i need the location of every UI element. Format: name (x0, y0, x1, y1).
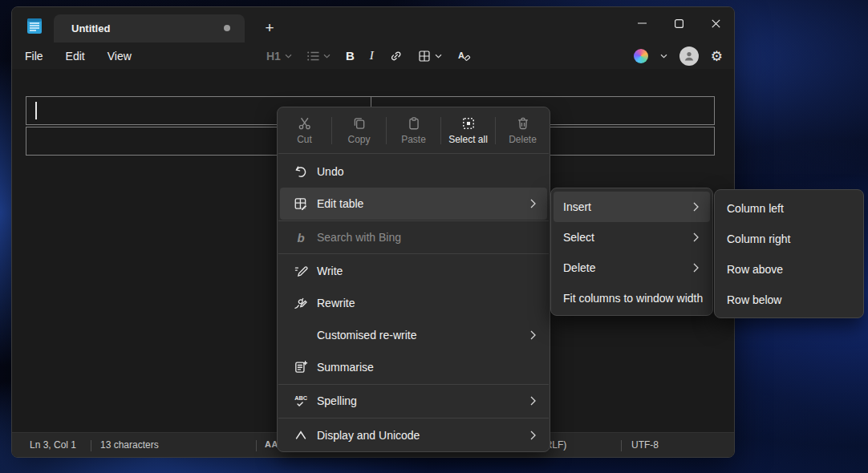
statusbar-separator (256, 440, 257, 451)
chevron-right-icon (530, 431, 536, 440)
chevron-down-icon (323, 54, 331, 59)
submenu-item-column-left[interactable]: Column left (717, 193, 861, 224)
cut-button[interactable]: Cut (278, 107, 331, 153)
summarise-icon (293, 360, 309, 374)
context-menu: Cut Copy Paste Select all (277, 107, 550, 452)
chevron-down-icon (285, 54, 292, 59)
list-icon (307, 51, 319, 61)
trash-icon (516, 116, 530, 131)
menu-file[interactable]: File (25, 50, 43, 63)
unsaved-dot-icon (224, 25, 230, 31)
chevron-right-icon (530, 199, 536, 208)
maximize-icon (675, 19, 683, 28)
svg-text:ABC: ABC (294, 394, 308, 402)
menu-item-summarise[interactable]: Summarise (280, 351, 547, 383)
chevron-down-icon (435, 54, 442, 59)
settings-gear-icon[interactable]: ⚙ (711, 48, 723, 64)
statusbar-separator (91, 440, 91, 451)
list-dropdown[interactable] (303, 46, 335, 67)
close-button[interactable] (697, 7, 734, 39)
submenu-item-delete[interactable]: Delete (554, 253, 710, 283)
rewrite-icon (293, 296, 309, 310)
tab-title: Untitled (71, 22, 110, 34)
account-icon (683, 50, 696, 63)
account-button[interactable] (679, 46, 699, 66)
copilot-icon[interactable] (634, 49, 648, 63)
delete-button[interactable]: Delete (496, 107, 550, 153)
maximize-button[interactable] (660, 7, 697, 39)
context-menu-actions-row: Cut Copy Paste Select all (278, 107, 550, 153)
submenu-item-row-below[interactable]: Row below (717, 285, 861, 315)
menubar: File Edit View (25, 50, 132, 63)
menu-separator (278, 418, 549, 418)
close-icon (712, 19, 720, 28)
cursor-position: Ln 3, Col 1 (30, 439, 76, 451)
chevron-right-icon (693, 202, 699, 212)
submenu-item-row-above[interactable]: Row above (717, 254, 861, 285)
encoding[interactable]: UTF-8 (631, 439, 659, 451)
statusbar-separator (621, 440, 622, 451)
menu-item-display-and-unicode[interactable]: Display and Unicode (280, 419, 547, 451)
clear-format-button[interactable]: A (453, 46, 475, 67)
minimize-icon (638, 22, 647, 24)
chevron-right-icon (530, 330, 536, 340)
paste-button[interactable]: Paste (387, 107, 440, 153)
menu-item-edit-table[interactable]: Edit table (280, 188, 547, 220)
write-icon (293, 264, 309, 278)
paste-icon (407, 116, 421, 131)
caret-icon (293, 428, 309, 443)
menu-separator (278, 153, 549, 154)
edit-table-icon (293, 196, 309, 211)
menu-separator (278, 384, 549, 385)
italic-button[interactable]: I (366, 46, 378, 67)
desktop: Untitled + File Edit View H1 (0, 0, 868, 473)
select-all-button[interactable]: Select all (441, 107, 495, 153)
submenu-item-fit-columns[interactable]: Fit columns to window width (554, 283, 710, 313)
chevron-right-icon (530, 396, 536, 406)
char-count: 13 characters (100, 439, 159, 451)
heading-dropdown[interactable]: H1 (262, 46, 296, 67)
menu-edit[interactable]: Edit (66, 50, 85, 63)
menu-item-undo[interactable]: Undo (280, 156, 547, 188)
chevron-right-icon (693, 263, 699, 273)
titlebar[interactable]: Untitled + (12, 7, 734, 42)
clear-format-icon: A (457, 50, 471, 63)
menu-item-search-with-bing[interactable]: b Search with Bing (280, 221, 547, 253)
text-caret (35, 102, 37, 119)
copy-button[interactable]: Copy (332, 107, 386, 153)
tab-untitled[interactable]: Untitled (54, 14, 245, 42)
menu-item-rewrite[interactable]: Rewrite (280, 287, 547, 319)
submenu-item-select[interactable]: Select (554, 222, 710, 253)
select-all-icon (461, 116, 476, 131)
menu-item-write[interactable]: Write (280, 255, 547, 287)
submenu-item-insert[interactable]: Insert (554, 192, 710, 222)
copy-icon (352, 116, 367, 131)
menu-view[interactable]: View (107, 50, 132, 63)
link-icon (389, 50, 403, 63)
notepad-app-icon (26, 17, 43, 34)
table-dropdown[interactable] (414, 46, 446, 67)
bing-icon: b (293, 231, 309, 245)
edit-table-submenu: Insert Select Delete Fit columns to wind… (550, 188, 713, 316)
command-bar: File Edit View H1 B I (12, 42, 734, 69)
bold-button[interactable]: B (342, 46, 359, 67)
menu-item-spelling[interactable]: ABC Spelling (280, 386, 547, 416)
menu-item-customised-rewrite[interactable]: Customised re-write (280, 319, 547, 351)
link-button[interactable] (385, 46, 407, 67)
menu-separator (278, 253, 549, 254)
table-icon (418, 50, 431, 63)
minimize-button[interactable] (623, 7, 660, 39)
formatting-toolbar: H1 B I A (262, 42, 475, 69)
svg-text:A: A (458, 51, 464, 60)
insert-submenu: Column left Column right Row above Row b… (714, 189, 864, 318)
submenu-item-column-right[interactable]: Column right (717, 224, 861, 254)
spelling-icon: ABC (293, 394, 309, 408)
scissors-icon (298, 116, 312, 131)
chevron-right-icon (693, 232, 699, 242)
chevron-down-icon[interactable] (660, 54, 667, 59)
undo-icon (293, 164, 309, 179)
new-tab-button[interactable]: + (258, 17, 282, 39)
toolbar-right: ⚙ (634, 42, 723, 69)
